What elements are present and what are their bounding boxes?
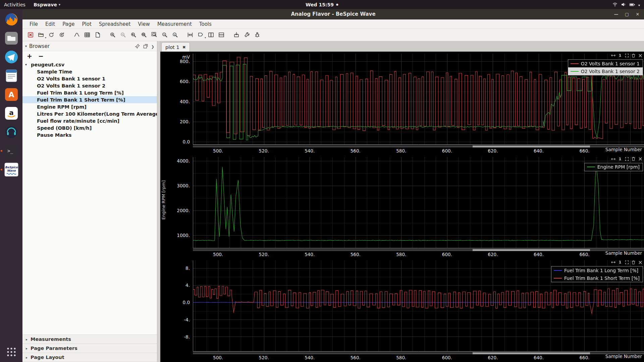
activities-button[interactable]: Activities [0,0,30,9]
legend-entry[interactable]: Engine RPM [rpm] [585,163,643,171]
browser-panel-header[interactable]: ▾ Browser ❯ [22,41,157,51]
dock-item-firefox[interactable] [3,11,19,27]
scrollbar-thumb[interactable] [473,145,590,147]
dock-item-bespice-wave[interactable]: BeSpiceWave [3,162,19,178]
zoom-out-button[interactable] [118,30,128,40]
dock-item-writer[interactable] [3,68,19,84]
plot-actual-size-icon[interactable]: 1 [617,53,623,58]
dock-item-terminal[interactable]: >_ [3,143,19,159]
dock-item-show-apps[interactable] [3,344,19,360]
tab-plot-1[interactable]: plot 1✖ [161,42,190,52]
plot-fit-icon[interactable] [624,260,630,265]
plot-pan-icon[interactable] [610,157,616,162]
zoom-y-button[interactable]: y [170,30,180,40]
tree-item-label: O2 Volts Bank 1 sensor 1 [37,76,105,81]
plot-close-icon[interactable] [637,157,643,162]
maximize-button[interactable]: ▢ [624,11,630,17]
panel-splitter[interactable] [157,41,160,362]
close-button[interactable]: ✕ [635,11,641,17]
expand-triangle-icon[interactable]: ▾ [25,63,29,66]
fit-width-button[interactable] [185,30,195,40]
legend-entry[interactable]: Fuel Trim Bank 1 Short Term [%] [551,274,643,282]
export-plot-button[interactable] [231,30,241,40]
open-file-button[interactable]: ▾ [36,30,46,40]
tree-item[interactable]: O2 Volts Bank 1 sensor 2 [22,82,157,89]
legend-entry[interactable]: O2 Volts Bank 1 sensor 1 [568,60,643,67]
window-titlebar[interactable]: Analog Flavor - BeSpice Wave —▢✕ [22,9,644,19]
section-measurements[interactable]: ▸Measurements [22,335,157,344]
dock-item-files[interactable] [3,30,19,46]
legend-entry[interactable]: Fuel Trim Bank 1 Long Term [%] [551,266,643,274]
section-page-layout[interactable]: ▸Page Layout [22,353,157,362]
split-rows-button[interactable] [216,30,226,40]
dock-item-amazon[interactable]: a [3,105,19,121]
plot-close-icon[interactable] [637,260,643,265]
reload-import-button[interactable] [56,30,67,40]
menu-tools[interactable]: Tools [196,20,215,28]
dock-item-media[interactable] [3,124,19,140]
plot-close-icon[interactable] [637,53,643,58]
scrollbar-thumb[interactable] [473,249,590,251]
plot-actual-size-icon[interactable]: 1 [617,260,623,265]
remove-signal-button[interactable]: − [38,53,44,59]
dock-item-chat[interactable] [3,49,19,65]
add-signal-button[interactable]: + [26,53,33,59]
legend-entry[interactable]: O2 Volts Bank 1 sensor 2 [568,67,643,75]
plot-h-scrollbar[interactable] [193,249,644,251]
menu-measurement[interactable]: Measurement [154,20,196,28]
plot-actual-size-icon[interactable]: 1 [617,157,623,162]
tree-item[interactable]: Engine RPM [rpm] [22,103,157,110]
scrollbar-thumb[interactable] [473,352,590,354]
detach-icon[interactable] [143,44,148,49]
tree-item[interactable]: Sample Time [22,68,157,75]
plot-h-scrollbar[interactable] [193,352,644,354]
plot-delete-icon[interactable] [631,157,636,162]
zoom-fit-button[interactable] [149,30,159,40]
menu-page[interactable]: Page [59,20,78,28]
waveform-canvas-engine-rpm[interactable] [193,157,644,248]
reload-file-button[interactable] [46,30,56,40]
plot-delete-icon[interactable] [631,53,636,58]
tree-file-row[interactable]: ▾peugeut.csv [22,61,157,68]
clock[interactable]: Wed 15:59 ● [306,2,338,7]
debug-button[interactable] [252,30,262,40]
zoom-previous-button[interactable] [128,30,139,40]
add-marker-button[interactable]: ▾ [195,30,206,40]
system-indicators[interactable]: ▾ [612,2,644,7]
menu-file[interactable]: File [26,20,42,28]
x-tick-label: 540. [305,252,315,257]
menu-spreadsheet[interactable]: Spreadsheet [95,20,134,28]
open-spreadsheet-button[interactable] [82,30,92,40]
tree-item[interactable]: O2 Volts Bank 1 sensor 1 [22,75,157,82]
plot-fit-icon[interactable] [624,157,630,162]
clear-plot-button[interactable] [25,30,36,40]
plot-h-scrollbar[interactable] [193,145,644,147]
menu-view[interactable]: View [134,20,154,28]
tree-item[interactable]: Litres Per 100 Kilometer(Long Term Avera… [22,110,157,117]
tree-item[interactable]: Speed (OBD) [km/h] [22,124,157,131]
tab-close-icon[interactable]: ✖ [182,45,186,50]
new-page-button[interactable] [92,30,103,40]
menu-edit[interactable]: Edit [42,20,59,28]
plot-pan-icon[interactable] [610,260,616,265]
zoom-box-button[interactable] [139,30,149,40]
split-columns-button[interactable] [206,30,216,40]
plot-delete-icon[interactable] [631,260,636,265]
zoom-in-button[interactable] [107,30,118,40]
zoom-x-button[interactable]: x [159,30,170,40]
minimize-button[interactable]: — [613,11,619,17]
settings-button[interactable] [241,30,252,40]
plot-pan-icon[interactable] [610,53,616,58]
tree-item[interactable]: Fuel Trim Bank 1 Long Term [%] [22,89,157,96]
tree-item[interactable]: Fuel flow rate/minute [cc/min] [22,117,157,124]
tree-item[interactable]: Pause Marks [22,131,157,138]
app-menu[interactable]: Bspwave ▾ [30,0,64,9]
collapse-icon[interactable]: ❯ [151,43,154,49]
tree-item[interactable]: Fuel Trim Bank 1 Short Term [%] [22,96,157,103]
menu-plot[interactable]: Plot [78,20,95,28]
add-curves-button[interactable] [71,30,82,40]
plot-fit-icon[interactable] [624,53,630,58]
pin-icon[interactable] [135,44,140,49]
dock-item-software[interactable]: A [3,86,19,103]
section-page-parameters[interactable]: ▸Page Parameters [22,344,157,353]
